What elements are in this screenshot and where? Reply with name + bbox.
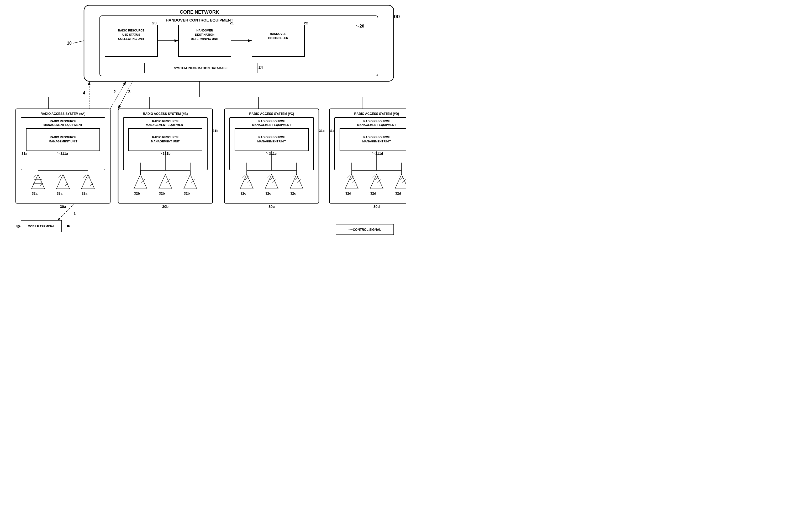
control-signal-label: ·····CONTROL SIGNAL: [349, 228, 381, 231]
ref-30d: 30d: [374, 205, 380, 209]
handover-dest-label3: DETERMINING UNIT: [191, 37, 219, 40]
ref-32b1: 32b: [134, 192, 140, 195]
ref-30a: 30a: [60, 205, 66, 209]
rrme-b-label2: MANAGEMENT EQUIPMENT: [146, 123, 185, 126]
handover-dest-label1: HANDOVER: [197, 29, 213, 32]
ref-2: 2: [113, 90, 116, 94]
ref-21: 21: [230, 21, 234, 25]
core-network-label: CORE NETWORK: [180, 10, 219, 15]
ras-c-label1: RADIO ACCESS SYSTEM (#C): [249, 112, 294, 116]
ref-4: 4: [83, 91, 85, 95]
dashed-line-3: [118, 81, 132, 109]
ras-a-label1: RADIO ACCESS SYSTEM (#A): [41, 112, 86, 116]
ref-3: 3: [128, 90, 130, 94]
system-info-db-label: SYSTEM INFORMATION DATABASE: [174, 66, 228, 70]
handover-ctrl-label1: HANDOVER: [270, 32, 287, 35]
ref-1: 1: [73, 211, 76, 216]
handover-control-label: HANDOVER CONTROL EQUIPMENT: [165, 18, 233, 22]
rrme-d-label1: RADIO RESOURCE: [363, 120, 390, 123]
ref-31c: 31c: [319, 129, 325, 133]
ref-20: 20: [360, 24, 364, 28]
rrmu-d-label2: MANAGEMENT UNIT: [362, 140, 391, 143]
ref-32c2: 32c: [265, 192, 271, 195]
rrmu-c-label2: MANAGEMENT UNIT: [258, 140, 286, 143]
rrmu-c-label1: RADIO RESOURCE: [259, 136, 285, 139]
rruse-label3: COLLECTING UNIT: [118, 37, 144, 40]
rruse-label2: USE STATUS: [122, 33, 140, 36]
ref-32a3: 32a: [82, 192, 87, 195]
ref-32d1: 32d: [345, 192, 351, 195]
mobile-terminal-label: MOBILE TERMINAL: [28, 225, 55, 228]
ref-32d2: 32d: [370, 192, 376, 195]
ref-32a2: 32a: [57, 192, 62, 195]
rrmu-b-label2: MANAGEMENT UNIT: [151, 140, 180, 143]
ref-311a: 311a: [60, 152, 68, 155]
ref-40: 40: [16, 224, 20, 228]
rrmu-a-label2: MANAGEMENT UNIT: [49, 140, 77, 143]
ref-30c: 30c: [269, 205, 275, 209]
rrme-c-label2: MANAGEMENT EQUIPMENT: [252, 123, 291, 126]
ref-23: 23: [152, 21, 157, 25]
ref-32c3: 32c: [290, 192, 296, 195]
ref-31d: 31d: [329, 129, 335, 133]
ras-b-label1: RADIO ACCESS SYSTEM (#B): [143, 112, 188, 116]
rrme-b-label1: RADIO RESOURCE: [152, 120, 179, 123]
ref-31b: 31b: [213, 129, 218, 133]
ref-22: 22: [304, 21, 308, 25]
ref-311b: 311b: [163, 152, 171, 155]
rrmu-a-label1: RADIO RESOURCE: [50, 136, 76, 139]
ref-32c1: 32c: [241, 192, 246, 195]
rrme-d-label2: MANAGEMENT EQUIPMENT: [357, 123, 396, 126]
rruse-label1: RADIO RESOURCE: [118, 29, 145, 32]
handover-dest-label2: DESTINATION: [195, 33, 214, 36]
ref-24: 24: [259, 65, 263, 70]
ref-31a: 31a: [21, 152, 27, 155]
ras-d-label1: RADIO ACCESS SYSTEM (#D): [354, 112, 399, 116]
rrme-a-label2: MANAGEMENT EQUIPMENT: [44, 123, 83, 126]
ref-10: 10: [67, 41, 72, 45]
handover-ctrl-label2: CONTROLLER: [268, 36, 288, 40]
ref-32b2: 32b: [159, 192, 165, 195]
dashed-line-2: [110, 81, 126, 109]
ref-32a1: 32a: [32, 192, 38, 195]
rrme-c-label1: RADIO RESOURCE: [259, 120, 285, 123]
ref-32d3: 32d: [395, 192, 401, 195]
ref-32b3: 32b: [184, 192, 190, 195]
ref-30b: 30b: [162, 205, 169, 209]
svg-line-5: [73, 41, 84, 43]
rrmu-b-label1: RADIO RESOURCE: [152, 136, 179, 139]
handover-ctrl-box: [252, 25, 304, 56]
ref-311c: 311c: [269, 152, 277, 155]
rrmu-d-label1: RADIO RESOURCE: [363, 136, 390, 139]
rrme-a-label1: RADIO RESOURCE: [50, 120, 76, 123]
